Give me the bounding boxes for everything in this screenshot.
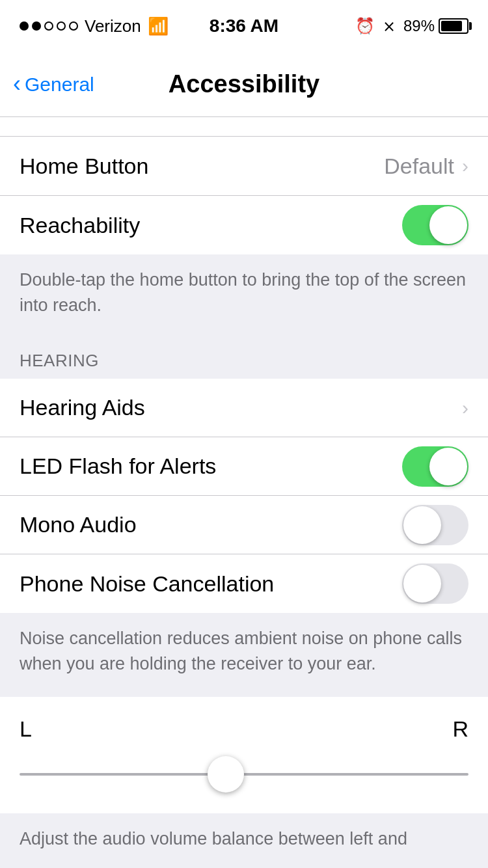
home-button-right: Default › <box>384 154 468 179</box>
reachability-label: Reachability <box>20 213 140 238</box>
hearing-section-header: HEARING <box>0 338 488 379</box>
back-label: General <box>25 74 94 96</box>
hearing-group: Hearing Aids › LED Flash for Alerts Mono… <box>0 379 488 613</box>
home-button-label: Home Button <box>20 154 148 179</box>
home-button-value: Default <box>384 154 454 179</box>
slider-right-label: R <box>452 716 468 742</box>
reachability-description: Double-tap the home button to bring the … <box>0 254 488 338</box>
phone-noise-label: Phone Noise Cancellation <box>20 571 274 597</box>
slider-track <box>20 773 468 776</box>
hearing-aids-chevron-icon: › <box>462 397 468 419</box>
led-flash-toggle[interactable] <box>402 446 468 487</box>
led-flash-toggle-knob <box>429 448 467 485</box>
wifi-icon: 📶 <box>148 16 169 36</box>
phone-noise-toggle[interactable] <box>402 563 468 604</box>
battery-fill <box>441 21 462 31</box>
slider-description: Adjust the audio volume balance between … <box>0 813 488 868</box>
mono-audio-toggle[interactable] <box>402 505 468 545</box>
nav-bar: ‹ General Accessibility <box>0 52 488 117</box>
noise-cancellation-description: Noise cancellation reduces ambient noise… <box>0 613 488 696</box>
mono-audio-label: Mono Audio <box>20 512 137 537</box>
signal-dot-5 <box>69 21 78 31</box>
battery-icon <box>439 18 468 34</box>
status-time: 8:36 AM <box>210 16 278 36</box>
reachability-toggle[interactable] <box>402 205 468 245</box>
status-right: ⏰ ⨯ 89% <box>355 17 468 35</box>
slider-left-label: L <box>20 716 32 742</box>
mono-audio-row: Mono Audio <box>0 496 488 554</box>
battery-container: 89% <box>403 17 468 35</box>
scroll-top-divider <box>0 117 488 137</box>
back-button[interactable]: ‹ General <box>13 72 94 98</box>
reachability-group: Reachability <box>0 195 488 254</box>
phone-noise-toggle-knob <box>403 565 441 603</box>
home-button-chevron-icon: › <box>462 155 468 177</box>
hearing-aids-label: Hearing Aids <box>20 395 145 420</box>
mono-audio-toggle-knob <box>403 506 441 544</box>
status-bar: Verizon 📶 8:36 AM ⏰ ⨯ 89% <box>0 0 488 52</box>
back-chevron-icon: ‹ <box>13 70 21 98</box>
alarm-icon: ⏰ <box>355 17 375 35</box>
reachability-row: Reachability <box>0 196 488 254</box>
slider-track-container[interactable] <box>20 755 468 794</box>
signal-dot-4 <box>57 21 66 31</box>
hearing-aids-row[interactable]: Hearing Aids › <box>0 379 488 437</box>
led-flash-row: LED Flash for Alerts <box>0 437 488 496</box>
home-button-row[interactable]: Home Button Default › <box>0 137 488 195</box>
bluetooth-icon: ⨯ <box>383 17 396 35</box>
status-left: Verizon 📶 <box>20 16 169 36</box>
hearing-aids-right: › <box>462 397 468 419</box>
slider-thumb[interactable] <box>208 756 244 793</box>
carrier-name: Verizon <box>85 16 141 36</box>
signal-dot-2 <box>32 21 41 31</box>
signal-strength <box>20 21 78 31</box>
led-flash-label: LED Flash for Alerts <box>20 454 216 479</box>
slider-labels: L R <box>20 716 468 742</box>
reachability-toggle-knob <box>429 206 467 244</box>
page-title: Accessibility <box>169 70 319 98</box>
battery-text: 89% <box>403 17 435 35</box>
home-button-group: Home Button Default › <box>0 137 488 195</box>
phone-noise-row: Phone Noise Cancellation <box>0 554 488 613</box>
signal-dot-3 <box>44 21 53 31</box>
signal-dot-1 <box>20 21 29 31</box>
audio-balance-section: L R <box>0 697 488 813</box>
